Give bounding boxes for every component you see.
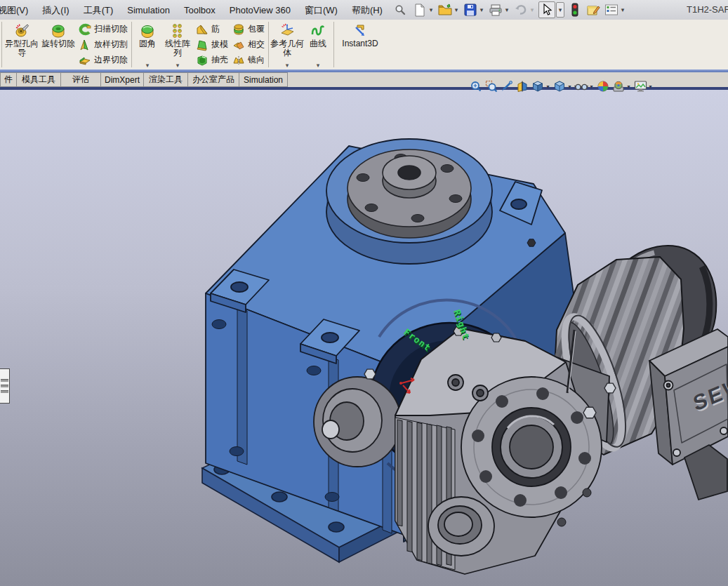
hole-wizard-button[interactable]: 异型孔向导 (4, 20, 40, 69)
solidworks-window: 视图(V) 插入(I) 工具(T) Simulation Toolbox Pho… (0, 0, 728, 586)
fillet-dropdown[interactable]: ▾ (146, 61, 150, 68)
menu-toolbox[interactable]: Toolbox (177, 1, 223, 20)
swept-cut-icon (79, 23, 91, 36)
curves-dropdown[interactable]: ▾ (317, 61, 320, 68)
revolved-cut-icon (51, 22, 66, 39)
linear-pattern-label: 线性阵列 (161, 39, 194, 58)
tab-partial[interactable]: 件 (0, 72, 17, 87)
instant3d-button[interactable]: Instant3D (336, 20, 385, 69)
search-icon[interactable] (394, 4, 406, 16)
save-dropdown[interactable]: ▾ (478, 6, 485, 13)
menu-help[interactable]: 帮助(H) (345, 1, 390, 20)
draft-button[interactable]: 拔模 (196, 37, 228, 53)
print-button[interactable] (488, 2, 503, 18)
hide-show-items-icon[interactable] (574, 79, 588, 93)
boundary-cut-button[interactable]: 边界切除 (79, 53, 128, 68)
display-style-dropdown[interactable]: ▾ (567, 84, 573, 90)
draft-label: 拔模 (211, 39, 228, 51)
model-3d: SEW SEW (0, 90, 728, 586)
menu-window[interactable]: 窗口(W) (298, 1, 345, 20)
lofted-cut-label: 放样切割 (94, 39, 128, 51)
rebuild-traffic-light-button[interactable] (567, 2, 583, 18)
revolved-cut-label: 旋转切除 (41, 39, 75, 48)
menu-bar: 视图(V) 插入(I) 工具(T) Simulation Toolbox Pho… (0, 0, 728, 20)
lofted-cut-button[interactable]: 放样切割 (79, 37, 128, 53)
tab-evaluate[interactable]: 评估 (61, 72, 101, 87)
rib-button[interactable]: 筋 (196, 22, 228, 37)
curves-icon (310, 22, 326, 39)
shell-label: 抽壳 (211, 54, 228, 66)
previous-view-icon[interactable] (500, 79, 514, 93)
menu-view[interactable]: 视图(V) (0, 1, 35, 20)
mirror-icon (232, 54, 245, 67)
view-settings-dropdown[interactable]: ▾ (647, 84, 654, 90)
mirror-button[interactable]: 镜向 (232, 53, 265, 68)
window-title: T1H2-SAF57 (687, 0, 728, 19)
input-end-cap (314, 377, 401, 467)
select-dropdown[interactable]: ▾ (556, 2, 564, 18)
linear-pattern-button[interactable]: 线性阵列 ▾ (161, 20, 194, 69)
lofted-cut-icon (79, 39, 91, 51)
undo-dropdown[interactable]: ▾ (529, 6, 536, 13)
rib-icon (196, 23, 209, 36)
wrap-intersect-mirror-group: 包覆 相交 镜向 (230, 20, 267, 69)
apply-scene-dropdown[interactable]: ▾ (626, 84, 632, 90)
fillet-button[interactable]: 圆角 ▾ (133, 20, 161, 69)
tab-render-tools[interactable]: 渲染工具 (144, 72, 188, 87)
options-dropdown[interactable]: ▾ (619, 6, 626, 13)
undo-button[interactable] (513, 2, 529, 18)
fillet-icon (140, 22, 155, 39)
shell-button[interactable]: 抽壳 (196, 53, 228, 68)
menu-insert[interactable]: 插入(I) (35, 1, 76, 20)
swept-cut-label: 扫描切除 (94, 23, 128, 35)
view-orientation-dropdown[interactable]: ▾ (545, 84, 551, 90)
swept-cut-button[interactable]: 扫描切除 (79, 22, 128, 37)
select-button[interactable] (538, 1, 555, 18)
new-document-dropdown[interactable]: ▾ (428, 6, 435, 13)
new-document-button[interactable] (412, 2, 428, 18)
instant3d-label: Instant3D (342, 39, 378, 48)
intersect-button[interactable]: 相交 (232, 37, 265, 53)
zoom-to-area-icon[interactable] (484, 79, 498, 93)
menu-photoview[interactable]: PhotoView 360 (223, 1, 298, 20)
flange-bolt (364, 369, 376, 379)
note-properties-button[interactable] (585, 2, 601, 18)
hole-wizard-label: 异型孔向导 (4, 39, 40, 58)
open-button[interactable] (437, 2, 453, 18)
featuremanager-collapsed-tab[interactable] (0, 368, 10, 404)
ribbon-separator (268, 22, 269, 67)
ribbon-separator (333, 22, 334, 67)
reference-geometry-button[interactable]: 参考几何体 ▾ (270, 20, 304, 69)
tab-simulation[interactable]: Simulation (239, 72, 288, 87)
tab-office-products[interactable]: 办公室产品 (188, 72, 239, 87)
revolved-cut-button[interactable]: 旋转切除 (40, 20, 77, 69)
save-button[interactable] (463, 2, 478, 18)
reference-geometry-dropdown[interactable]: ▾ (286, 61, 289, 68)
mount-bolt (583, 407, 596, 418)
open-dropdown[interactable]: ▾ (453, 6, 460, 13)
print-dropdown[interactable]: ▾ (503, 6, 510, 13)
intersect-icon (232, 39, 245, 51)
headsup-toolbar: ▾ ▾ ▾ ▾ ▾ (468, 78, 654, 95)
menu-simulation[interactable]: Simulation (120, 1, 177, 20)
hide-show-items-dropdown[interactable]: ▾ (588, 84, 595, 90)
draft-icon (196, 39, 209, 51)
tab-dimxpert[interactable]: DimXpert (101, 72, 144, 87)
curves-button[interactable]: 曲线 ▾ (304, 20, 332, 69)
apply-scene-icon[interactable] (611, 79, 626, 93)
linear-pattern-dropdown[interactable]: ▾ (176, 61, 180, 68)
wrap-button[interactable]: 包覆 (232, 22, 265, 37)
reference-geometry-label: 参考几何体 (270, 39, 304, 58)
display-style-icon[interactable] (552, 79, 567, 93)
options-button[interactable] (604, 2, 619, 18)
section-view-icon[interactable] (515, 79, 529, 93)
tab-mold-tools[interactable]: 模具工具 (17, 72, 61, 87)
menu-tools[interactable]: 工具(T) (77, 1, 121, 20)
view-orientation-icon[interactable] (531, 79, 545, 93)
graphics-viewport[interactable]: ▾ ▾ ▾ ▾ ▾ (0, 90, 728, 586)
mount-bolt (604, 383, 616, 393)
edit-appearance-icon[interactable] (596, 79, 610, 93)
view-settings-icon[interactable] (633, 79, 647, 93)
shell-icon (196, 54, 209, 67)
zoom-to-fit-icon[interactable] (469, 79, 483, 93)
